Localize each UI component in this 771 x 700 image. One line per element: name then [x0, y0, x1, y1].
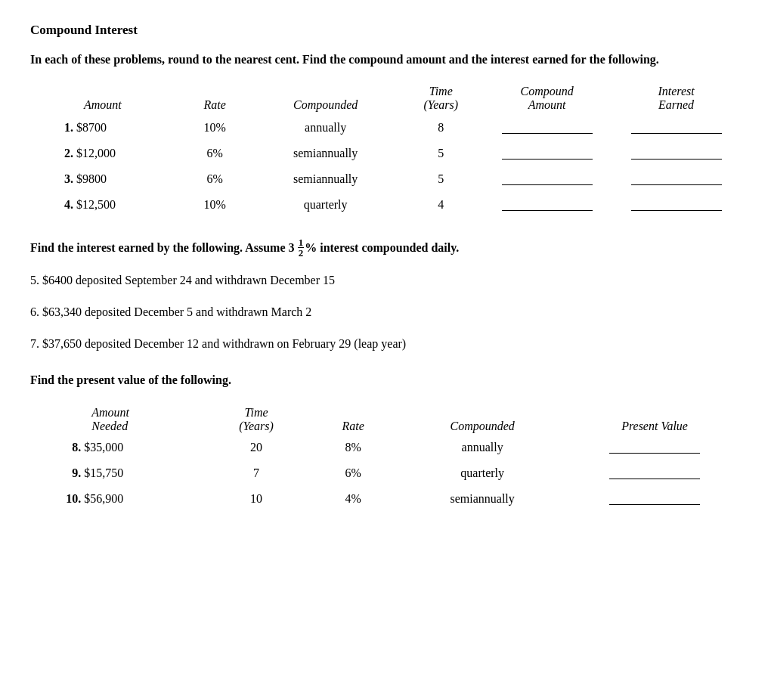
- blank-line: [609, 479, 700, 479]
- row-time: 8: [399, 115, 482, 141]
- blank-line: [502, 159, 593, 160]
- table-row: 10. $56,900 10 4% semiannually: [30, 486, 741, 512]
- col-time-header: Time(Years): [399, 82, 482, 115]
- row-compounded: annually: [396, 435, 568, 460]
- row-rate: 4%: [310, 486, 396, 512]
- row-compound-amount: [482, 141, 612, 166]
- row-compounded: quarterly: [252, 192, 399, 218]
- instructions: In each of these problems, round to the …: [30, 51, 741, 68]
- col-amount-header: Amount: [76, 82, 178, 115]
- row-compound-amount: [482, 166, 612, 192]
- row-compounded: quarterly: [396, 460, 568, 486]
- table-row: 2. $12,000 6% semiannually 5: [30, 141, 741, 166]
- row-rate: 10%: [178, 115, 252, 141]
- compound-interest-table-section: Amount Rate Compounded Time(Years) Compo…: [30, 82, 741, 218]
- row-compounded: semiannually: [252, 141, 399, 166]
- row-number: 4.: [30, 192, 76, 218]
- row-time: 5: [399, 141, 482, 166]
- row-compounded: semiannually: [396, 486, 568, 512]
- section3-heading: Find the present value of the following.: [30, 371, 741, 389]
- pv-col-amount-header: AmountNeeded: [84, 404, 203, 435]
- row-number: 10.: [30, 486, 84, 512]
- blank-line: [609, 504, 700, 505]
- row-present-value: [568, 486, 741, 512]
- row-amount: $56,900: [84, 486, 203, 512]
- row-time: 7: [203, 460, 310, 486]
- section2-heading: Find the interest earned by the followin…: [30, 239, 741, 259]
- table-row: 4. $12,500 10% quarterly 4: [30, 192, 741, 218]
- fraction: 12: [298, 237, 305, 258]
- compound-interest-table: Amount Rate Compounded Time(Years) Compo…: [30, 82, 741, 218]
- blank-line: [631, 133, 722, 134]
- table-row: 3. $9800 6% semiannually 5: [30, 166, 741, 192]
- row-amount: $9800: [76, 166, 178, 192]
- col-interest-earned-header: InterestEarned: [612, 82, 741, 115]
- section2-problems: 5. $6400 deposited September 24 and with…: [30, 271, 741, 353]
- pv-col-rate-header: Rate: [310, 404, 396, 435]
- row-number: 2.: [30, 141, 76, 166]
- table-row: 1. $8700 10% annually 8: [30, 115, 741, 141]
- col-rate-header: Rate: [178, 82, 252, 115]
- present-value-section: AmountNeeded Time(Years) Rate Compounded…: [30, 404, 741, 512]
- pv-col-pv-header: Present Value: [568, 404, 741, 435]
- col-compounded-header: Compounded: [252, 82, 399, 115]
- row-number: 1.: [30, 115, 76, 141]
- row-amount: $12,000: [76, 141, 178, 166]
- row-number: 9.: [30, 460, 84, 486]
- row-present-value: [568, 435, 741, 460]
- row-rate: 6%: [178, 166, 252, 192]
- pv-col-time-header: Time(Years): [203, 404, 310, 435]
- row-compound-amount: [482, 192, 612, 218]
- blank-line: [502, 184, 593, 185]
- row-interest-earned: [612, 166, 741, 192]
- pv-col-compounded-header: Compounded: [396, 404, 568, 435]
- present-value-table: AmountNeeded Time(Years) Rate Compounded…: [30, 404, 741, 512]
- col-compound-amount-header: CompoundAmount: [482, 82, 612, 115]
- row-amount: $12,500: [76, 192, 178, 218]
- row-number: 8.: [30, 435, 84, 460]
- list-item: 6. $63,340 deposited December 5 and with…: [30, 303, 741, 321]
- blank-line: [609, 453, 700, 454]
- blank-line: [502, 210, 593, 211]
- row-time: 20: [203, 435, 310, 460]
- table-row: 8. $35,000 20 8% annually: [30, 435, 741, 460]
- blank-line: [502, 133, 593, 134]
- row-rate: 10%: [178, 192, 252, 218]
- row-amount: $15,750: [84, 460, 203, 486]
- blank-line: [631, 159, 722, 160]
- list-item: 5. $6400 deposited September 24 and with…: [30, 271, 741, 290]
- row-amount: $35,000: [84, 435, 203, 460]
- row-compound-amount: [482, 115, 612, 141]
- row-time: 5: [399, 166, 482, 192]
- row-time: 4: [399, 192, 482, 218]
- col-num-header: [30, 82, 76, 115]
- row-rate: 6%: [178, 141, 252, 166]
- blank-line: [631, 184, 722, 185]
- row-amount: $8700: [76, 115, 178, 141]
- row-interest-earned: [612, 192, 741, 218]
- row-interest-earned: [612, 115, 741, 141]
- pv-col-num-header: [30, 404, 84, 435]
- page-title: Compound Interest: [30, 23, 741, 38]
- list-item: 7. $37,650 deposited December 12 and wit…: [30, 335, 741, 353]
- row-time: 10: [203, 486, 310, 512]
- row-number: 3.: [30, 166, 76, 192]
- row-present-value: [568, 460, 741, 486]
- row-rate: 8%: [310, 435, 396, 460]
- row-compounded: annually: [252, 115, 399, 141]
- row-interest-earned: [612, 141, 741, 166]
- row-compounded: semiannually: [252, 166, 399, 192]
- table-row: 9. $15,750 7 6% quarterly: [30, 460, 741, 486]
- blank-line: [631, 210, 722, 211]
- row-rate: 6%: [310, 460, 396, 486]
